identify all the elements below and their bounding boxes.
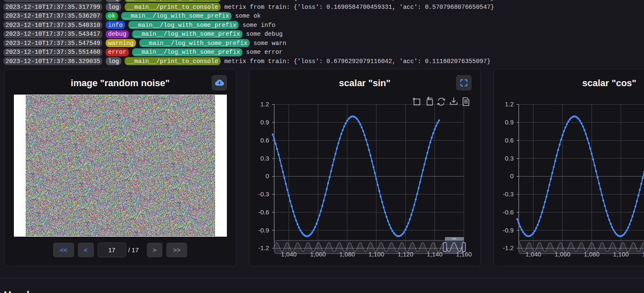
svg-text:-0.9: -0.9	[258, 227, 269, 234]
svg-text:-0.3: -0.3	[258, 190, 269, 198]
svg-text:-0.9: -0.9	[503, 227, 514, 234]
svg-text:-1.2: -1.2	[503, 244, 514, 251]
svg-text:0: 0	[266, 172, 269, 179]
svg-text:-0.6: -0.6	[503, 209, 514, 216]
svg-text:0.9: 0.9	[261, 119, 269, 126]
svg-text:0.6: 0.6	[261, 137, 269, 144]
svg-text:-0.6: -0.6	[258, 209, 269, 216]
svg-text:-0.3: -0.3	[503, 190, 514, 198]
svg-text:1.2: 1.2	[261, 100, 269, 108]
svg-text:0: 0	[510, 172, 514, 179]
svg-text:0.9: 0.9	[505, 119, 514, 126]
svg-text:0.3: 0.3	[505, 155, 514, 162]
svg-text:0.6: 0.6	[505, 137, 514, 144]
svg-text:0.3: 0.3	[261, 155, 269, 162]
svg-text:1.2: 1.2	[505, 100, 514, 108]
svg-text:-1.2: -1.2	[258, 244, 269, 251]
